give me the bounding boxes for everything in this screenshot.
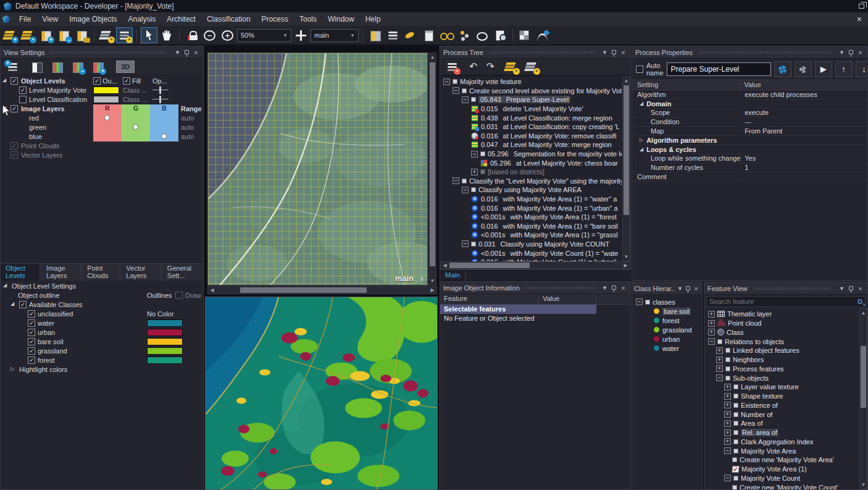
panel-menu-icon[interactable]: ▼ — [601, 285, 609, 291]
pin-icon[interactable] — [686, 286, 690, 290]
class-visibility-checkbox[interactable]: ✓ — [28, 357, 35, 364]
edit-view-settings-button[interactable]: + — [4, 59, 21, 75]
channel-cell[interactable] — [93, 114, 122, 123]
class-color-swatch[interactable] — [147, 319, 183, 327]
class-color-swatch[interactable] — [147, 347, 183, 355]
pp-value-cell[interactable]: execute — [740, 109, 867, 117]
channel-cell[interactable] — [93, 132, 122, 142]
expand-minus-icon[interactable]: − — [724, 447, 731, 454]
tree-row[interactable]: ✓Level Majority VoteClass ... — [1, 86, 203, 95]
add-layer-button[interactable]: + — [90, 59, 106, 75]
feature-view-row[interactable]: +Area of — [707, 419, 859, 428]
process-tree-row[interactable]: −0.031Classify using Majority Vote COUNT — [441, 240, 622, 249]
pin-icon[interactable] — [185, 50, 189, 54]
class-color-swatch[interactable] — [147, 357, 183, 364]
menu-item-help[interactable]: Help — [360, 14, 386, 25]
value-column-header[interactable]: Value — [539, 294, 596, 304]
panel-menu-icon[interactable]: ▼ — [601, 49, 609, 56]
feature-view-row[interactable]: +Neighbors — [707, 355, 859, 365]
map-view-bottom[interactable] — [205, 297, 438, 490]
feature-view-row[interactable]: +Existence of — [707, 401, 859, 410]
tree-row[interactable]: redauto — [1, 114, 203, 123]
outline-col-checkbox[interactable]: ✓ — [93, 77, 101, 85]
process-tree-row[interactable]: <0.001swith Majority Vote Area (1) = "gr… — [441, 230, 622, 240]
scroll-up-icon[interactable]: ▲ — [622, 77, 630, 85]
auto-name-checkbox[interactable] — [636, 65, 643, 73]
feature-view-row[interactable]: +Point cloud — [707, 319, 859, 328]
tab-point-clouds[interactable]: Point Clouds — [81, 263, 120, 281]
create-scene-button[interactable]: + — [2, 27, 19, 43]
save-process-button[interactable]: • — [444, 59, 461, 75]
feature-column-header[interactable]: Feature — [440, 294, 539, 304]
pp-row[interactable]: Loop while something changes onlyYes — [632, 154, 867, 164]
selectable-features-row[interactable]: Selectable features — [440, 305, 596, 314]
view-object-information-button[interactable] — [420, 27, 437, 43]
feature-view-row[interactable]: −Majority Vote Area — [707, 446, 859, 455]
process-tree-row[interactable]: 0.015delete 'Level Majority Vote' — [441, 104, 622, 114]
channel-assignment-radio[interactable] — [161, 133, 167, 139]
tree-row[interactable]: ◢✓Image LayersRGBRange — [1, 104, 203, 114]
expand-minus-icon[interactable]: − — [453, 87, 459, 94]
close-icon[interactable]: × — [192, 49, 200, 56]
outline-color-swatch[interactable] — [93, 87, 119, 94]
expand-minus-icon[interactable]: − — [471, 151, 478, 158]
scroll-up-icon[interactable]: ▲ — [859, 309, 867, 317]
feature-view-row[interactable]: −Relations to objects — [707, 337, 859, 346]
pp-value-cell[interactable]: --- — [740, 117, 867, 126]
edit-layer-mixing-button[interactable]: • — [116, 27, 133, 43]
process-tree-row[interactable]: −Classify the "Level Majority Vote" usin… — [441, 177, 622, 186]
feature-view-row[interactable]: +Rel. area of — [707, 428, 859, 437]
process-tree-row[interactable]: <0.001swith Majority Vote Count (1) = "w… — [441, 248, 622, 258]
execute-button[interactable]: ▶ — [815, 61, 832, 77]
process-tree-titlebar[interactable]: Process Tree ▼ × — [440, 46, 630, 59]
zoom-to-window-button[interactable] — [492, 27, 509, 43]
map-vertical-scrollbar[interactable]: ▲ ▼ — [428, 53, 436, 285]
channel-header-B[interactable]: B — [150, 104, 178, 114]
expand-plus-icon[interactable]: + — [724, 384, 731, 391]
available-classes-checkbox[interactable]: ✓ — [19, 301, 27, 308]
expanded-arrow-icon[interactable]: ◢ — [10, 301, 14, 306]
execute-processes-button[interactable]: • — [503, 59, 520, 75]
expand-minus-icon[interactable]: − — [462, 96, 469, 103]
redo-button[interactable]: ↷ — [486, 62, 494, 72]
tree-row[interactable]: ✓Point Clouds — [1, 142, 203, 151]
scroll-down-icon[interactable]: ▼ — [859, 481, 867, 489]
expanded-arrow-icon[interactable]: ◢ — [640, 101, 643, 106]
pp-row[interactable]: Algorithmexecute child processes — [632, 90, 867, 99]
expand-plus-icon[interactable]: + — [724, 429, 731, 436]
tab-image-layers[interactable]: Image Layers — [41, 263, 81, 281]
move-down-button[interactable]: ↓ — [856, 61, 868, 77]
expand-minus-icon[interactable]: − — [724, 475, 731, 481]
menu-item-classification[interactable]: Classification — [201, 14, 256, 25]
image-layers-checkbox[interactable]: ✓ — [10, 105, 18, 112]
edit-curve-button[interactable] — [535, 27, 551, 43]
scroll-left-icon[interactable]: ◀ — [441, 261, 449, 269]
class-visibility-checkbox[interactable]: ✓ — [28, 338, 35, 345]
pin-icon[interactable] — [612, 285, 616, 290]
class-visibility-checkbox[interactable]: ✓ — [28, 329, 35, 336]
process-tree-vscrollbar[interactable]: ▲ ▼ — [622, 76, 630, 261]
close-icon[interactable]: × — [619, 284, 627, 292]
menu-item-file[interactable]: File — [14, 14, 36, 25]
expand-plus-icon[interactable]: + — [716, 347, 723, 354]
expand-plus-icon[interactable]: + — [708, 320, 715, 327]
channel-cell[interactable] — [150, 123, 178, 132]
expanded-arrow-icon[interactable]: ◢ — [2, 77, 6, 83]
expand-plus-icon[interactable]: + — [708, 311, 715, 318]
class-item-row[interactable]: bare soil — [633, 306, 701, 316]
channel-cell[interactable] — [122, 132, 150, 142]
feature-view-row[interactable]: Create new 'Majority Vote Count' — [707, 483, 859, 489]
manage-aliases-button[interactable] — [517, 27, 533, 43]
object-levels-checkbox[interactable]: ✓ — [10, 77, 18, 85]
scroll-up-icon[interactable]: ▲ — [428, 53, 436, 61]
pan-tool-button[interactable] — [293, 27, 309, 43]
process-tree-row[interactable]: −05.296Segmentation for the majority vot… — [441, 150, 622, 159]
restore-window-icon[interactable] — [859, 4, 864, 9]
process-name-input[interactable] — [667, 62, 771, 76]
class-item-row[interactable]: forest — [633, 316, 701, 325]
pp-value-cell[interactable]: Yes — [740, 154, 867, 163]
tree-row[interactable]: Object outlineOutlinesDraw — [1, 291, 203, 300]
expand-plus-icon[interactable]: + — [724, 402, 731, 408]
tree-row[interactable]: ✓unclassifiedNo Color — [1, 310, 203, 319]
channel-assignment-radio[interactable] — [104, 115, 110, 120]
